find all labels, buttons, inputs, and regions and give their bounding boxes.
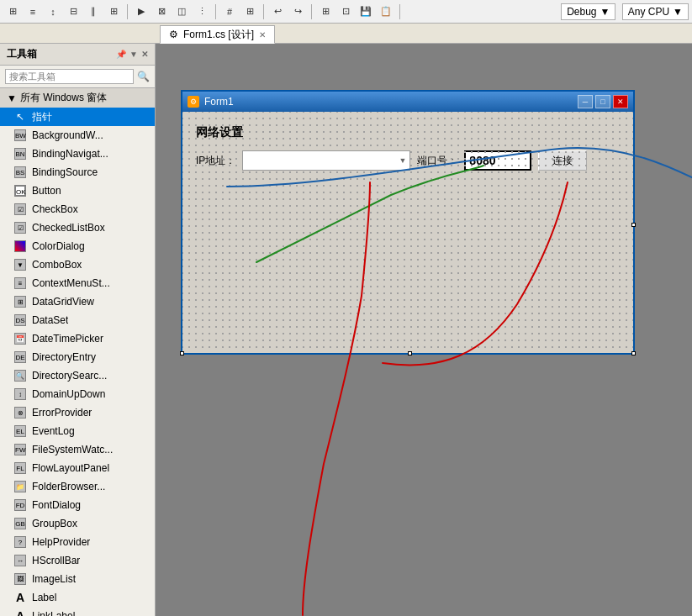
- toolbox-item-contextmenustrip[interactable]: ≡ ContextMenuSt...: [0, 274, 155, 292]
- tab-close-button[interactable]: ✕: [259, 30, 266, 39]
- toolbox-item-datetimepicker[interactable]: 📅 DateTimePicker: [0, 329, 155, 348]
- imagelist-icon: 🖼: [13, 572, 27, 586]
- search-input[interactable]: [5, 69, 134, 84]
- toolbox-item-hscrollbar[interactable]: ↔ HScrollBar: [0, 551, 155, 570]
- form-title: Form1: [204, 96, 573, 108]
- toolbox-item-label-groupbox: GroupBox: [32, 518, 77, 529]
- helpprovider-icon: ?: [13, 535, 27, 549]
- linklabel-icon: A: [13, 609, 27, 616]
- toolbox-item-imagelist[interactable]: 🖼 ImageList: [0, 570, 155, 588]
- toolbox-item-label-flowlayoutpanel: FlowLayoutPanel: [32, 462, 109, 474]
- resize-handle-right-middle[interactable]: [631, 223, 636, 227]
- checkbox-icon: ☑: [13, 203, 27, 216]
- toolbox-item-button[interactable]: OK Button: [0, 182, 155, 200]
- pointer-icon: ↖: [13, 110, 27, 124]
- minimize-button[interactable]: ─: [578, 95, 593, 108]
- hscrollbar-icon: ↔: [13, 554, 27, 567]
- colordialog-icon: [13, 240, 27, 253]
- toolbox-item-label[interactable]: A Label: [0, 588, 155, 607]
- toolbox-item-label-directorysearcher: DirectorySearc...: [32, 370, 107, 382]
- close-button[interactable]: ✕: [613, 95, 628, 108]
- maximize-button[interactable]: □: [595, 95, 610, 108]
- win-form[interactable]: ⚙ Form1 ─ □ ✕ 网络设置 IP地址： 端口号：: [181, 90, 635, 355]
- toolbox-item-fontdialog[interactable]: FD FontDialog: [0, 496, 155, 514]
- search-icon: 🔍: [137, 71, 150, 82]
- button-icon: OK: [13, 184, 27, 197]
- pin-icon[interactable]: 📌: [116, 50, 126, 59]
- toolbar-btn-12[interactable]: ⊞: [240, 3, 259, 21]
- label-icon: A: [13, 591, 27, 604]
- toolbox-item-label-fontdialog: FontDialog: [32, 499, 81, 511]
- toolbar-btn-17[interactable]: 💾: [357, 3, 375, 21]
- close-toolbox-icon[interactable]: ✕: [141, 50, 148, 59]
- tab-form1-design[interactable]: ⚙ Form1.cs [设计] ✕: [160, 25, 275, 44]
- toolbox-item-eventlog[interactable]: EL EventLog: [0, 422, 155, 440]
- menu-icon[interactable]: ▼: [129, 50, 138, 59]
- resize-handle-bottom-left[interactable]: [180, 351, 184, 355]
- toolbar-btn-6[interactable]: ⊞: [104, 3, 123, 21]
- toolbar-btn-15[interactable]: ⊞: [316, 3, 335, 21]
- eventlog-icon: EL: [13, 424, 27, 438]
- toolbox-section-all-windows[interactable]: ▼ 所有 Windows 窗体: [0, 88, 155, 108]
- toolbar: ⊞ ≡ ↕ ⊟ ∥ ⊞ ▶ ⊠ ◫ ⋮ # ⊞ ↩ ↪ ⊞ ⊡ 💾 📋 Debu…: [0, 0, 692, 24]
- cpu-dropdown[interactable]: Any CPU ▼: [622, 3, 689, 20]
- toolbox-item-label-contextmenustrip: ContextMenuSt...: [32, 277, 110, 289]
- toolbox-item-domainupdown[interactable]: ↕ DomainUpDown: [0, 385, 155, 403]
- toolbox-item-errorprovider[interactable]: ⊗ ErrorProvider: [0, 403, 155, 422]
- toolbar-btn-1[interactable]: ⊞: [3, 3, 22, 21]
- toolbox-item-folderbrowserdialog[interactable]: 📁 FolderBrowser...: [0, 477, 155, 496]
- datagridview-icon: ⊞: [13, 295, 27, 308]
- resize-handle-bottom-middle[interactable]: [408, 351, 412, 355]
- toolbox-item-label-button: Button: [32, 185, 61, 197]
- port-label: 端口号：: [417, 154, 457, 168]
- toolbox-item-helpprovider[interactable]: ? HelpProvider: [0, 533, 155, 551]
- toolbox-item-datagridview[interactable]: ⊞ DataGridView: [0, 292, 155, 311]
- datetimepicker-icon: 📅: [13, 332, 27, 345]
- toolbox-item-label-label: Label: [32, 592, 56, 603]
- connect-button[interactable]: 连接: [538, 150, 587, 171]
- toolbar-btn-8[interactable]: ⊠: [152, 3, 171, 21]
- toolbar-btn-16[interactable]: ⊡: [336, 3, 355, 21]
- toolbar-btn-4[interactable]: ⊟: [64, 3, 82, 21]
- toolbox-title: 工具箱: [7, 47, 37, 61]
- toolbar-btn-2[interactable]: ≡: [24, 3, 42, 21]
- toolbox-item-list: ↖ 指针 BW BackgroundW... BN BindingNavigat…: [0, 108, 155, 616]
- toolbox-item-flowlayoutpanel[interactable]: FL FlowLayoutPanel: [0, 459, 155, 477]
- toolbox-item-bindingnavigator[interactable]: BN BindingNavigat...: [0, 145, 155, 163]
- toolbox-item-label-domainupdown: DomainUpDown: [32, 388, 105, 400]
- toolbox-item-checkbox[interactable]: ☑ CheckBox: [0, 200, 155, 218]
- bindingnavigator-icon: BN: [13, 147, 27, 161]
- toolbox-item-linklabel[interactable]: A LinkLabel: [0, 607, 155, 616]
- resize-handle-bottom-right[interactable]: [631, 351, 636, 355]
- toolbox-item-directorysearcher[interactable]: 🔍 DirectorySearc...: [0, 366, 155, 385]
- port-input[interactable]: 8080: [464, 150, 531, 171]
- toolbar-btn-5[interactable]: ∥: [84, 3, 103, 21]
- toolbox-item-dataset[interactable]: DS DataSet: [0, 311, 155, 329]
- toolbar-btn-7[interactable]: ▶: [132, 3, 151, 21]
- toolbar-btn-3[interactable]: ↕: [44, 3, 62, 21]
- toolbox-item-pointer[interactable]: ↖ 指针: [0, 108, 155, 126]
- toolbox-item-bindingsource[interactable]: BS BindingSource: [0, 163, 155, 182]
- toolbox-item-backgroundworker[interactable]: BW BackgroundW...: [0, 126, 155, 145]
- toolbox-item-label-folderbrowserdialog: FolderBrowser...: [32, 481, 105, 492]
- directorysearcher-icon: 🔍: [13, 369, 27, 382]
- toolbox-item-colordialog[interactable]: ColorDialog: [0, 237, 155, 255]
- toolbox-item-filesystemwatcher[interactable]: FW FileSystemWatc...: [0, 440, 155, 459]
- toolbox-item-checkedlistbox[interactable]: ☑ CheckedListBox: [0, 218, 155, 237]
- toolbox-item-groupbox[interactable]: GB GroupBox: [0, 514, 155, 533]
- toolbar-btn-13[interactable]: ↩: [268, 3, 287, 21]
- tab-bar: ⚙ Form1.cs [设计] ✕: [0, 24, 692, 44]
- toolbox-item-directoryentry[interactable]: DE DirectoryEntry: [0, 348, 155, 366]
- toolbar-btn-18[interactable]: 📋: [377, 3, 395, 21]
- toolbox-item-combobox[interactable]: ▼ ComboBox: [0, 255, 155, 274]
- debug-dropdown[interactable]: Debug ▼: [561, 3, 615, 20]
- ip-input[interactable]: [242, 150, 410, 171]
- section-expand-icon: ▼: [7, 92, 17, 104]
- backgroundworker-icon: BW: [13, 129, 27, 142]
- toolbar-btn-10[interactable]: ⋮: [193, 3, 211, 21]
- toolbar-btn-9[interactable]: ◫: [172, 3, 191, 21]
- toolbar-btn-14[interactable]: ↪: [288, 3, 307, 21]
- toolbar-separator-3: [263, 4, 264, 19]
- toolbar-btn-11[interactable]: #: [220, 3, 239, 21]
- tab-label: Form1.cs [设计]: [183, 28, 254, 42]
